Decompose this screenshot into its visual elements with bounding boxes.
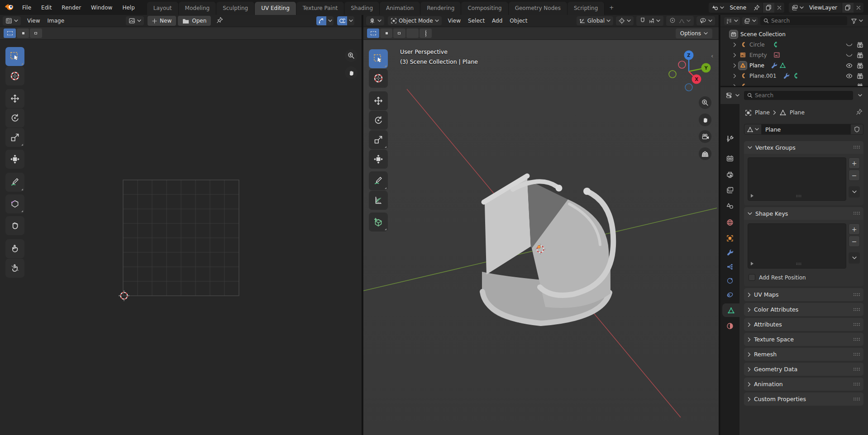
uv-tool-tweak[interactable] xyxy=(5,47,24,66)
delete-view-layer-button[interactable] xyxy=(854,3,863,13)
tab-tool[interactable] xyxy=(720,132,739,146)
scene-browse-button[interactable] xyxy=(709,3,727,13)
viewport-menu[interactable]: Add xyxy=(488,16,506,26)
shape-keys-header[interactable]: Shape Keys xyxy=(744,207,863,220)
workspace-tab[interactable]: Shading xyxy=(344,2,380,15)
viewport-menu[interactable]: View xyxy=(444,16,464,26)
vp-tool-cursor[interactable] xyxy=(369,69,388,88)
vp-select-mode-difference-button[interactable] xyxy=(406,28,419,38)
panel-drag-grip[interactable] xyxy=(853,307,860,313)
camera-visibility-icon[interactable] xyxy=(857,52,863,58)
uv-menu[interactable]: View xyxy=(24,16,43,26)
topbar-menu[interactable]: Window xyxy=(86,3,117,13)
collapsed-panel[interactable]: UV Maps xyxy=(744,288,863,301)
collapsed-panel[interactable]: Texture Space xyxy=(744,333,863,346)
viewport-menu[interactable]: Select xyxy=(464,16,488,26)
view-layer-browse-button[interactable] xyxy=(789,3,806,13)
camera-visibility-icon[interactable] xyxy=(857,73,863,79)
eye-closed-icon[interactable] xyxy=(846,42,853,47)
topbar-menu[interactable]: Render xyxy=(57,3,86,13)
curve-data-icon[interactable] xyxy=(771,41,778,48)
mode-dropdown[interactable]: Object Mode xyxy=(388,16,442,25)
eye-open-icon[interactable] xyxy=(846,73,853,79)
shape-key-specials-button[interactable] xyxy=(849,252,860,264)
snap-target-dropdown[interactable] xyxy=(647,18,662,24)
properties-search-input[interactable] xyxy=(755,92,850,99)
eye-open-icon[interactable] xyxy=(846,63,853,68)
vp-select-mode-new-button[interactable] xyxy=(367,28,379,38)
workspace-tab[interactable]: Scripting xyxy=(568,2,605,15)
modifier-wrench-icon[interactable] xyxy=(783,72,790,79)
remove-vertex-group-button[interactable]: − xyxy=(849,170,860,181)
uv-zoom-button[interactable] xyxy=(345,49,358,62)
outliner-row[interactable]: Plane.001 xyxy=(720,71,868,81)
options-button[interactable]: Options xyxy=(676,28,712,38)
collapsed-panel[interactable]: Custom Properties xyxy=(744,392,863,406)
shape-keys-list[interactable] xyxy=(748,223,846,269)
sidebar-collapse-arrow[interactable]: ‹ xyxy=(711,52,713,59)
uv-tool-move[interactable] xyxy=(5,89,24,108)
camera-visibility-icon[interactable] xyxy=(857,42,863,48)
vertex-groups-header[interactable]: Vertex Groups xyxy=(744,141,863,154)
select-mode-extend-button[interactable] xyxy=(17,28,29,38)
expand-icon[interactable] xyxy=(731,63,738,68)
outliner-row[interactable]: Empty xyxy=(720,50,868,60)
camera-visibility-icon[interactable] xyxy=(857,62,863,69)
vp-zoom-button[interactable] xyxy=(699,96,711,109)
workspace-tab[interactable]: Animation xyxy=(380,2,420,15)
uv-tool-scale[interactable] xyxy=(5,128,24,147)
uv-menu[interactable]: Image xyxy=(43,16,68,26)
expand-icon[interactable] xyxy=(731,74,738,78)
vp-pan-button[interactable] xyxy=(699,113,711,126)
panel-drag-grip[interactable] xyxy=(853,366,860,373)
workspace-tab[interactable]: Layout xyxy=(147,2,179,15)
outliner-filter-button[interactable] xyxy=(849,17,864,25)
vp-tool-transform[interactable] xyxy=(369,150,388,169)
scene-name[interactable]: Scene xyxy=(727,5,751,11)
uv-pan-button[interactable] xyxy=(345,66,358,79)
outliner-search-input[interactable] xyxy=(771,18,844,24)
new-image-button[interactable]: New xyxy=(148,16,176,26)
panel-drag-grip[interactable] xyxy=(853,396,860,402)
vp-perspective-toggle-button[interactable] xyxy=(699,147,711,160)
vp-tool-add-cube[interactable] xyxy=(369,213,388,232)
breadcrumb-data[interactable]: Plane xyxy=(790,109,805,116)
eye-closed-icon[interactable] xyxy=(846,52,853,58)
panel-drag-grip[interactable] xyxy=(853,292,860,298)
add-workspace-button[interactable]: + xyxy=(605,2,618,14)
uv-tool-grab[interactable] xyxy=(5,216,24,235)
uv-tool-rip-region[interactable] xyxy=(5,194,24,213)
add-vertex-group-button[interactable]: + xyxy=(849,157,860,169)
topbar-menu[interactable]: Edit xyxy=(36,3,57,13)
workspace-tab[interactable]: Compositing xyxy=(461,2,508,15)
pin-scene-icon[interactable] xyxy=(751,3,763,13)
vp-tool-select-box[interactable] xyxy=(369,49,388,68)
curve-data-icon[interactable] xyxy=(792,72,798,79)
tab-constraints[interactable] xyxy=(720,288,739,302)
vp-tool-move[interactable] xyxy=(369,91,388,110)
uv-tool-transform[interactable] xyxy=(5,150,24,169)
vp-tool-rotate[interactable] xyxy=(369,111,388,130)
pin-id-icon[interactable] xyxy=(856,109,863,117)
workspace-tab[interactable]: Geometry Nodes xyxy=(509,2,568,15)
properties-options-button[interactable] xyxy=(856,93,864,98)
view-layer-name[interactable]: ViewLayer xyxy=(806,5,842,11)
image-browse-button[interactable] xyxy=(126,16,144,25)
select-mode-new-button[interactable] xyxy=(4,28,16,38)
outliner-type-button[interactable] xyxy=(724,17,740,25)
topbar-menu[interactable]: Help xyxy=(117,3,139,13)
tab-object[interactable] xyxy=(720,232,739,245)
tab-view-layer[interactable] xyxy=(720,183,739,197)
collapsed-panel[interactable]: Animation xyxy=(744,378,863,391)
viewport-editor-type-button[interactable] xyxy=(366,16,384,25)
panel-drag-grip[interactable] xyxy=(853,351,860,358)
list-resize-grip[interactable] xyxy=(796,193,801,199)
proportional-edit-toggle[interactable] xyxy=(668,17,677,25)
vp-select-mode-extend-button[interactable] xyxy=(380,28,392,38)
viewport-canvas[interactable]: User Perspective (3) Scene Collection | … xyxy=(363,40,719,435)
expand-icon[interactable] xyxy=(731,43,738,47)
list-resize-grip[interactable] xyxy=(796,260,801,267)
tab-output[interactable] xyxy=(720,168,739,181)
show-gizmo-dropdown[interactable] xyxy=(696,16,715,25)
workspace-tab[interactable]: Modeling xyxy=(179,2,217,15)
